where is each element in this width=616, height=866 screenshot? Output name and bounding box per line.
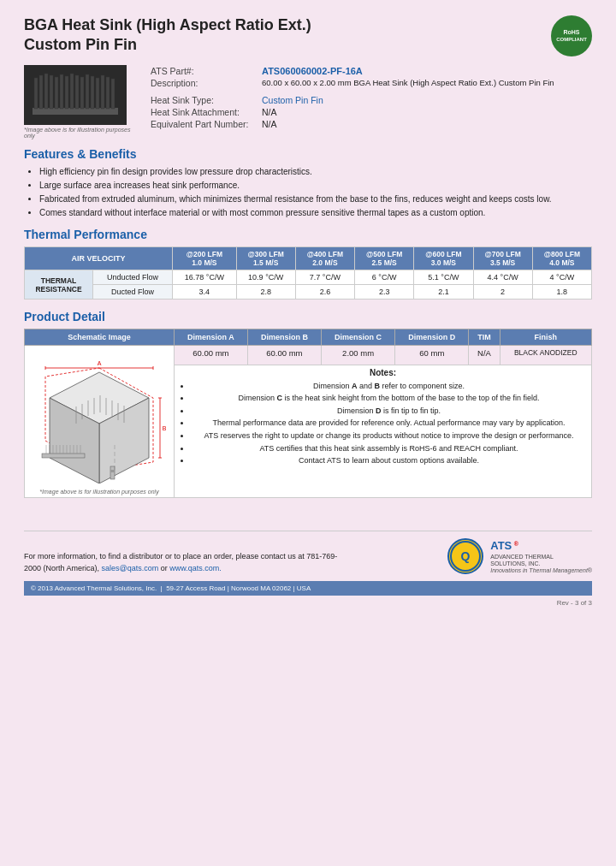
col-500lfm: @500 LFM 2.5 M/S	[355, 247, 414, 270]
schematic-cell: A B	[25, 346, 175, 498]
part-details: ATS Part#: ATS060060002-PF-16A Descripti…	[147, 65, 592, 139]
ducted-val-5: 2	[473, 285, 532, 300]
finish-value: BLACK ANODIZED	[500, 346, 591, 365]
footer-left: For more information, to find a distribu…	[24, 551, 349, 574]
thermal-resistance-label: THERMAL RESISTANCE	[25, 270, 93, 300]
svg-rect-3	[39, 75, 43, 109]
col-200lfm: @200 LFM 1.0 M/S	[173, 247, 236, 270]
ducted-val-6: 1.8	[532, 285, 591, 300]
svg-rect-14	[96, 78, 99, 109]
ats-part-label: ATS Part#:	[147, 65, 258, 77]
footer-email[interactable]: sales@qats.com	[102, 564, 159, 572]
ducted-flow-label: Ducted Flow	[93, 285, 173, 300]
footer-website[interactable]: www.qats.com.	[169, 564, 222, 572]
title-line1: BGA Heat Sink (High Aspect Ratio Ext.)	[24, 15, 311, 35]
ats-full: ADVANCED THERMALSOLUTIONS, INC.	[490, 554, 592, 568]
equivalent-value: N/A	[258, 118, 592, 130]
part-info-section: *Image above is for illustration purpose…	[24, 65, 592, 139]
svg-rect-40	[42, 454, 85, 458]
svg-text:B: B	[162, 425, 165, 431]
svg-rect-5	[50, 75, 53, 109]
schematic-caption: *Image above is for illustration purpose…	[29, 489, 169, 495]
ducted-val-2: 2.6	[295, 285, 354, 300]
list-item: High efficiency pin fin design provides …	[39, 166, 592, 178]
thermal-heading: Thermal Performance	[24, 228, 592, 241]
dim-c-header: Dimension C	[322, 329, 395, 346]
features-heading: Features & Benefits	[24, 147, 592, 161]
ats-logo-circle: Q	[447, 538, 483, 574]
unducted-val-3: 6 °C/W	[355, 270, 414, 285]
ducted-val-0: 3.4	[173, 285, 236, 300]
unducted-val-2: 7.7 °C/W	[295, 270, 354, 285]
svg-rect-12	[86, 74, 89, 109]
thermal-performance-section: Thermal Performance AIR VELOCITY @200 LF…	[24, 228, 592, 300]
product-detail-table: Schematic Image Dimension A Dimension B …	[24, 329, 592, 498]
ats-name: ATS ®	[490, 539, 592, 554]
features-section: Features & Benefits High efficiency pin …	[24, 147, 592, 219]
tim-value: N/A	[469, 346, 500, 365]
unducted-flow-label: Unducted Flow	[93, 270, 173, 285]
product-detail-heading: Product Detail	[24, 310, 592, 323]
col-300lfm: @300 LFM 1.5 M/S	[236, 247, 295, 270]
ats-part-value: ATS060060002-PF-16A	[258, 65, 592, 77]
product-image	[24, 65, 127, 125]
schematic-image: A B	[31, 348, 168, 485]
svg-rect-13	[91, 76, 94, 109]
svg-rect-9	[70, 74, 74, 109]
ats-tagline: Innovations in Thermal Management®	[490, 567, 592, 573]
svg-rect-11	[80, 77, 84, 109]
attachment-label: Heat Sink Attachment:	[147, 106, 258, 118]
part-table: ATS Part#: ATS060060002-PF-16A Descripti…	[147, 65, 592, 89]
rohs-badge: RoHS COMPLIANT	[551, 15, 592, 56]
image-caption: *Image above is for illustration purpose…	[24, 127, 135, 139]
dim-d-value: 60 mm	[395, 346, 469, 365]
page-number: Rev - 3 of 3	[24, 599, 592, 607]
col-600lfm: @600 LFM 3.0 M/S	[414, 247, 473, 270]
svg-rect-16	[106, 77, 110, 109]
col-700lfm: @700 LFM 3.5 M/S	[473, 247, 532, 270]
list-item: Thermal performance data are provided fo…	[191, 418, 587, 429]
ducted-val-1: 2.8	[236, 285, 295, 300]
col-400lfm: @400 LFM 2.0 M/S	[295, 247, 354, 270]
ats-text-block: ATS ® ADVANCED THERMALSOLUTIONS, INC. In…	[490, 539, 592, 574]
description-value: 60.00 x 60.00 x 2.00 mm BGA Heat Sink (H…	[258, 77, 592, 89]
svg-text:A: A	[97, 360, 101, 366]
main-title: BGA Heat Sink (High Aspect Ratio Ext.) C…	[24, 15, 311, 56]
svg-rect-17	[111, 79, 115, 109]
dim-b-value: 60.00 mm	[247, 346, 321, 365]
dim-a-value: 60.00 mm	[175, 346, 248, 365]
copyright-bar: © 2013 Advanced Thermal Solutions, Inc. …	[24, 581, 592, 596]
svg-rect-57	[110, 470, 115, 472]
air-velocity-header: AIR VELOCITY	[25, 247, 173, 270]
unducted-val-6: 4 °C/W	[532, 270, 591, 285]
svg-rect-7	[60, 74, 63, 109]
list-item: Dimension A and B refer to component siz…	[191, 381, 587, 392]
unducted-val-5: 4.4 °C/W	[473, 270, 532, 285]
svg-rect-15	[101, 75, 104, 109]
unducted-val-4: 5.1 °C/W	[414, 270, 473, 285]
footer-section: For more information, to find a distribu…	[24, 531, 592, 574]
schematic-header: Schematic Image	[25, 329, 175, 346]
ducted-val-4: 2.1	[414, 285, 473, 300]
description-label: Description:	[147, 77, 258, 89]
svg-rect-52	[110, 466, 115, 479]
heat-sink-type-value: Custom Pin Fin	[258, 94, 592, 106]
svg-rect-8	[65, 76, 68, 109]
svg-text:Q: Q	[461, 549, 471, 563]
list-item: Fabricated from extruded aluminum, which…	[39, 193, 592, 205]
list-item: Comes standard without interface materia…	[39, 207, 592, 219]
equivalent-label: Equivalent Part Number:	[147, 118, 258, 130]
notes-title: Notes:	[179, 368, 587, 377]
attachment-value: N/A	[258, 106, 592, 118]
list-item: Dimension C is the heat sink height from…	[191, 393, 587, 404]
ducted-val-3: 2.3	[355, 285, 414, 300]
copyright-text: © 2013 Advanced Thermal Solutions, Inc. …	[31, 584, 311, 592]
footer-contact-text: For more information, to find a distribu…	[24, 551, 349, 574]
svg-rect-4	[44, 74, 48, 109]
list-item: Contact ATS to learn about custom option…	[191, 455, 587, 466]
heat-sink-type-label: Heat Sink Type:	[147, 94, 258, 106]
svg-rect-2	[34, 78, 38, 109]
title-line2: Custom Pin Fin	[24, 35, 311, 55]
notes-cell: Notes: Dimension A and B refer to compon…	[175, 365, 592, 497]
page-header: BGA Heat Sink (High Aspect Ratio Ext.) C…	[24, 15, 592, 56]
